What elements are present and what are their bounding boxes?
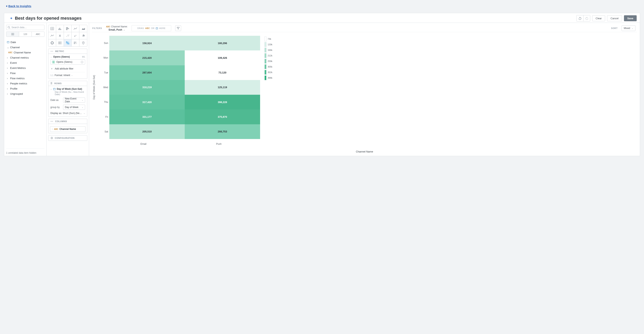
drag-handle-icon[interactable]: ⋯ <box>50 121 54 122</box>
tree-item-event[interactable]: ›Event <box>6 60 44 65</box>
viz-bubble[interactable] <box>72 32 79 39</box>
scatter-icon <box>66 34 70 37</box>
visualization-panel: FILTERS ABCChannel Name: Email, Push⌄ DR… <box>89 23 640 156</box>
y-tick: Sun <box>101 36 109 51</box>
display-as[interactable]: Display as: Short (Sun) (New …⌄ <box>50 112 85 115</box>
viz-combo[interactable] <box>48 32 56 39</box>
redo-icon <box>585 17 589 20</box>
svg-point-24 <box>76 35 76 36</box>
legend-row: 120k <box>264 42 276 47</box>
tree-item-channel-name[interactable]: ABCChannel Name <box>6 50 44 55</box>
heatmap-cell[interactable]: 331,177 <box>109 109 185 124</box>
svg-rect-12 <box>58 29 59 30</box>
tree-item-event-metrics[interactable]: ›Event Metrics <box>6 65 44 71</box>
type-tab-numeric[interactable]: 123 <box>19 32 32 37</box>
svg-rect-4 <box>12 34 12 35</box>
heatmap-cell[interactable]: 398,228 <box>185 95 260 109</box>
viz-table[interactable] <box>48 25 56 32</box>
metric-tag: M1 <box>82 56 85 58</box>
chevron-down-icon[interactable]: ⌄ <box>50 56 52 58</box>
drag-filter-target[interactable]: DRAG ABC OR HERE <box>132 25 171 31</box>
tree-item-flow-metrics[interactable]: ›Flow metrics <box>6 76 44 81</box>
metric-icon <box>52 61 55 63</box>
svg-rect-34 <box>67 43 68 43</box>
viz-line[interactable] <box>72 25 79 32</box>
chevron-right-icon: › <box>7 87 9 90</box>
heatmap-cell[interactable]: 266,753 <box>185 124 260 139</box>
tree-item-flow[interactable]: ›Flow <box>6 71 44 76</box>
viz-scatter[interactable] <box>64 32 72 39</box>
viz-geo[interactable] <box>79 39 87 47</box>
tree-item-channel-metrics[interactable]: ›Channel metrics <box>6 55 44 60</box>
columns-field[interactable]: › ABC Channel Name <box>50 126 86 132</box>
viz-bar[interactable] <box>64 25 72 32</box>
tree-item-profile[interactable]: ›Profile <box>6 86 44 91</box>
chevron-down-icon: ⌄ <box>82 106 83 108</box>
search-input[interactable] <box>6 25 44 30</box>
y-axis-label: Day of Week (Sun-Sat) <box>93 75 96 100</box>
legend-row: 398k <box>264 75 276 81</box>
svg-rect-40 <box>74 42 76 43</box>
heatmap-cell[interactable]: 205,510 <box>109 124 185 139</box>
viz-area[interactable] <box>79 25 87 32</box>
cancel-button[interactable]: Cancel <box>607 15 622 21</box>
search-icon <box>8 26 10 29</box>
viz-treemap[interactable] <box>56 39 64 47</box>
geo-icon <box>82 41 85 45</box>
table-icon <box>50 27 54 30</box>
metric-section: ⋯METRIC ⌄Opens (Seens) M1 Opens (Seens) … <box>48 49 87 79</box>
heatmap-cell[interactable]: 180,296 <box>185 36 260 51</box>
viz-heatmap[interactable] <box>64 39 72 47</box>
drag-handle-icon[interactable]: ⠿ <box>50 83 53 84</box>
heatmap-cell[interactable]: 125,119 <box>185 80 260 95</box>
svg-line-1 <box>10 28 10 29</box>
metric-field[interactable]: Opens (Seens) ? <box>50 59 85 65</box>
metric-format[interactable]: 1.1Format: Inherit⌄ <box>50 74 85 77</box>
heatmap-cell[interactable]: 310,219 <box>109 80 185 95</box>
svg-rect-29 <box>60 43 62 44</box>
donut-icon <box>50 41 54 45</box>
svg-point-22 <box>69 35 69 35</box>
redo-button[interactable] <box>583 15 590 21</box>
viz-donut[interactable] <box>48 39 56 47</box>
viz-pie[interactable] <box>79 32 87 39</box>
undo-button[interactable] <box>576 15 583 21</box>
legend-label: 73k <box>268 38 271 40</box>
drag-handle-icon[interactable]: ⋯ <box>50 51 54 52</box>
heatmap-cell[interactable]: 375,870 <box>185 109 260 124</box>
chevron-down-icon: ⌄ <box>82 99 83 101</box>
type-tab-all[interactable] <box>6 32 19 37</box>
add-attribute-filter[interactable]: ＋Add attribute filter <box>50 66 85 72</box>
help-icon[interactable]: ? <box>81 61 83 63</box>
heatmap-cell[interactable]: 73,120 <box>185 65 260 80</box>
chevron-down-icon[interactable]: ⌄ <box>50 88 52 90</box>
save-button[interactable]: Save <box>624 15 637 21</box>
back-to-insights-link[interactable]: Back to Insights <box>6 4 31 8</box>
date-as-select[interactable]: New Event Date⌄ <box>63 98 85 103</box>
group-by-select[interactable]: Day of Week⌄ <box>63 105 85 110</box>
tree-item-date[interactable]: Date <box>6 40 44 45</box>
viz-column[interactable] <box>56 25 64 32</box>
filter-settings-button[interactable] <box>175 26 181 31</box>
type-tab-text[interactable]: ABC <box>32 32 44 37</box>
pie-icon <box>82 34 85 37</box>
filter-chip-channel[interactable]: ABCChannel Name: Email, Push⌄ <box>106 25 128 31</box>
heatmap-cell[interactable]: 317,420 <box>109 95 185 109</box>
configuration-section[interactable]: CONFIGURATION <box>48 135 87 141</box>
legend-label: 352k <box>268 71 272 74</box>
heatmap-cell[interactable]: 109,426 <box>185 51 260 65</box>
heatmap-cell[interactable]: 158,924 <box>109 36 185 51</box>
viz-bullet[interactable] <box>72 39 79 47</box>
sort-select[interactable]: Mixed⌄ <box>622 26 636 31</box>
tree-item-ungrouped[interactable]: ›Ungrouped <box>6 91 44 96</box>
heatmap-cell[interactable]: 287,604 <box>109 65 185 80</box>
svg-line-55 <box>51 137 51 137</box>
tree-item-people-metrics[interactable]: ›People metrics <box>6 81 44 86</box>
chevron-down-icon: ⌄ <box>71 74 73 76</box>
tree-item-channel[interactable]: ⌄Channel <box>6 45 44 50</box>
clear-button[interactable]: Clear <box>592 15 605 21</box>
heatmap-cell[interactable]: 215,420 <box>109 51 185 65</box>
svg-point-50 <box>51 137 52 139</box>
viz-headline[interactable]: X <box>56 32 64 39</box>
legend-swatch <box>264 48 266 53</box>
